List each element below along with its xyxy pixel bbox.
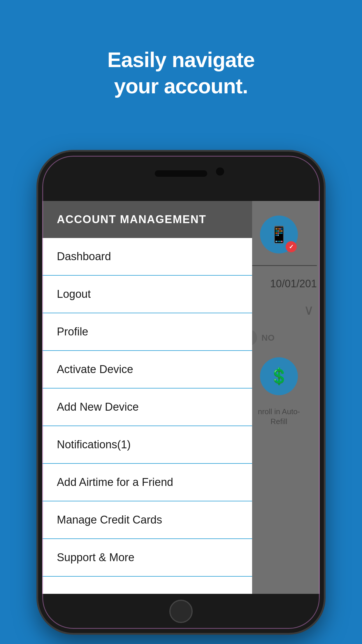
header-section: Easily navigate your account. (0, 0, 362, 99)
no-label: NO (261, 333, 275, 343)
menu-item-activate-device[interactable]: Activate Device (42, 351, 252, 388)
menu-item-support-label: Support & More (57, 551, 134, 564)
menu-item-add-airtime-label: Add Airtime for a Friend (57, 476, 173, 489)
phone-body: 📱 ✓ 10/01/201 ∨ ✕ NO 💲 nroll in Auto-Ref… (38, 152, 324, 633)
phone-speaker (155, 170, 207, 177)
phone-top-bar (42, 156, 320, 202)
menu-item-support[interactable]: Support & More (42, 539, 252, 577)
menu-item-activate-device-label: Activate Device (57, 363, 133, 376)
phone-icon: 📱 (269, 225, 289, 244)
header-line1: Easily navigate (0, 47, 362, 73)
menu-item-dashboard[interactable]: Dashboard (42, 238, 252, 276)
phone-bottom-bar (42, 594, 320, 629)
menu-header-title: ACCOUNT MANAGEMENT (57, 213, 206, 225)
dollar-icon: 💲 (269, 367, 289, 386)
menu-item-manage-credit-cards-label: Manage Credit Cards (57, 514, 162, 526)
menu-item-add-new-device[interactable]: Add New Device (42, 388, 252, 426)
menu-item-profile-label: Profile (57, 326, 88, 338)
menu-item-add-airtime[interactable]: Add Airtime for a Friend (42, 464, 252, 501)
menu-panel: ACCOUNT MANAGEMENT Dashboard Logout Prof… (42, 201, 252, 594)
device-icon-circle: 📱 ✓ (260, 216, 298, 253)
menu-item-add-new-device-label: Add New Device (57, 401, 139, 413)
menu-item-dashboard-label: Dashboard (57, 250, 111, 263)
menu-item-logout[interactable]: Logout (42, 276, 252, 313)
menu-item-profile[interactable]: Profile (42, 313, 252, 351)
menu-item-logout-label: Logout (57, 288, 91, 300)
phone-camera (216, 167, 224, 176)
menu-header: ACCOUNT MANAGEMENT (42, 201, 252, 238)
refill-icon-circle: 💲 (260, 357, 298, 395)
phone-screen: 📱 ✓ 10/01/201 ∨ ✕ NO 💲 nroll in Auto-Ref… (42, 201, 320, 594)
phone-mockup: 📱 ✓ 10/01/201 ∨ ✕ NO 💲 nroll in Auto-Ref… (38, 152, 324, 633)
chevron-down-icon: ∨ (304, 302, 320, 318)
menu-item-notifications-label: Notifications(1) (57, 438, 131, 451)
menu-item-manage-credit-cards[interactable]: Manage Credit Cards (42, 501, 252, 539)
check-badge: ✓ (286, 241, 297, 252)
date-text: 10/01/201 (270, 278, 320, 290)
menu-item-notifications[interactable]: Notifications(1) (42, 426, 252, 464)
refill-text: nroll in Auto-Refill (258, 407, 300, 427)
home-button[interactable] (169, 600, 193, 623)
header-line2: your account. (0, 73, 362, 99)
